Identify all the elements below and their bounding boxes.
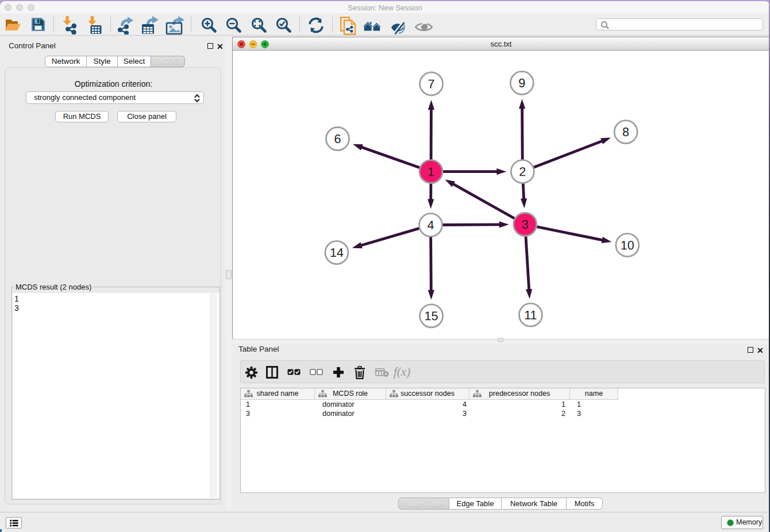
svg-text:15: 15 xyxy=(425,309,438,323)
svg-text:8: 8 xyxy=(622,125,629,139)
svg-text:7: 7 xyxy=(428,77,435,91)
svg-text:3: 3 xyxy=(522,218,529,232)
svg-text:4: 4 xyxy=(428,218,434,232)
svg-text:14: 14 xyxy=(330,246,344,260)
svg-text:10: 10 xyxy=(621,238,634,252)
svg-text:11: 11 xyxy=(524,309,537,322)
svg-text:6: 6 xyxy=(334,132,341,146)
svg-text:9: 9 xyxy=(518,76,525,90)
svg-text:2: 2 xyxy=(519,165,526,179)
svg-text:1: 1 xyxy=(428,165,434,179)
